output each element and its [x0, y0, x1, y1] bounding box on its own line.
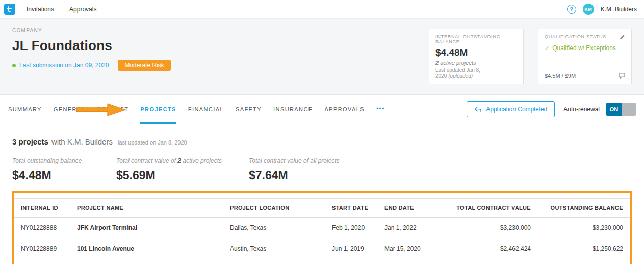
app-logo[interactable]	[4, 4, 15, 15]
project-row[interactable]: NY01228888 JFK Airport Terminal Dallas, …	[14, 218, 630, 238]
user-name[interactable]: K.M. Builders	[601, 6, 637, 13]
risk-badge: Moderate Risk	[118, 60, 170, 71]
tab-safety[interactable]: SAFETY	[236, 95, 262, 124]
project-row[interactable]: NY01228889 101 Lincoln Avenue Austin, Te…	[14, 238, 630, 259]
qualification-status-card: QUALIFICATION STATUS ✓ Qualified w/ Exce…	[538, 29, 632, 84]
tab-approvals[interactable]: APPROVALS	[325, 95, 365, 124]
cell-end-date: Jul 15, 2019	[377, 259, 433, 264]
cell-project-name: JFK Airport Terminal	[70, 218, 223, 238]
header-cards: INTERNAL OUTSTANDING BALANCE $4.48M 2 ac…	[429, 29, 632, 84]
topbar-right: ? KM K.M. Builders	[567, 4, 637, 15]
undo-arrow-icon	[474, 106, 482, 113]
balance-card-label: INTERNAL OUTSTANDING BALANCE	[435, 34, 517, 44]
company-header: COMPANY JL Foundations Last submission o…	[0, 19, 644, 95]
more-tabs-icon[interactable]: •••	[376, 95, 385, 124]
cell-internal-id: NY01228889	[14, 238, 70, 259]
app-logo-icon	[6, 6, 13, 13]
stat-label: Total contract value of all projects	[249, 157, 340, 164]
status-dot-icon	[12, 64, 16, 67]
tab-summary[interactable]: SUMMARY	[8, 95, 42, 124]
stat-value: $4.48M	[12, 169, 116, 182]
table-header-row: INTERNAL ID PROJECT NAME PROJECT LOCATIO…	[14, 199, 630, 218]
cell-project-location: Austin, Texas	[223, 238, 325, 259]
stat-value: $7.64M	[249, 169, 340, 182]
projects-panel: 3 projects with K.M. Builders last updat…	[0, 124, 644, 264]
auto-renewal-label: Auto-renewal	[563, 106, 600, 113]
cell-project-name: 101 Lincoln Avenue	[70, 238, 223, 259]
qualification-limits: $4.5M / $9M	[545, 73, 576, 79]
tab-financial[interactable]: FINANCIAL	[188, 95, 224, 124]
company-section-label: COMPANY	[12, 28, 429, 33]
stat-active-contract-value: Total contract value of 2 active project…	[116, 157, 249, 182]
stat-value: $5.69M	[116, 169, 249, 182]
column-header-outstanding-balance: OUTSTANDING BALANCE	[538, 199, 630, 218]
cell-start-date: Jul 1, 2018	[325, 259, 377, 264]
toggle-knob	[622, 103, 636, 116]
nav-item-invitations[interactable]: Invitations	[27, 6, 54, 13]
application-completed-button[interactable]: Application Completed	[467, 101, 555, 117]
auto-renewal-toggle[interactable]: ON	[606, 103, 636, 116]
cell-project-name: 11 Hoyt	[70, 259, 223, 264]
cell-project-location: Fort Worth, Texas	[223, 259, 325, 264]
cell-total-contract-value: $3,230,000	[433, 218, 538, 238]
tabbar-actions: Application Completed Auto-renewal ON	[467, 101, 636, 117]
projects-count: 3 projects	[12, 137, 48, 146]
cell-total-contract-value: $1,950,357	[433, 259, 538, 264]
toggle-on-label: ON	[606, 103, 622, 116]
project-stats: Total outstanding balance $4.48M Total c…	[12, 157, 632, 182]
projects-with: with K.M. Builders	[51, 137, 113, 146]
check-icon: ✓	[545, 45, 549, 52]
application-completed-label: Application Completed	[486, 106, 547, 113]
stat-label-suffix: active projects	[181, 157, 222, 164]
qualification-card-header: QUALIFICATION STATUS	[545, 34, 625, 40]
top-nav: Invitations Approvals	[27, 6, 96, 13]
top-bar: Invitations Approvals ? KM K.M. Builders	[0, 0, 644, 19]
column-header-end-date: END DATE	[377, 199, 433, 218]
tab-insurance[interactable]: INSURANCE	[273, 95, 313, 124]
column-header-project-location: PROJECT LOCATION	[223, 199, 325, 218]
tab-bar: SUMMARY GENERAL CONTACT PROJECTS FINANCI…	[0, 95, 644, 124]
company-info: COMPANY JL Foundations Last submission o…	[12, 28, 429, 84]
comment-icon[interactable]	[619, 73, 625, 79]
project-row[interactable]: NY01228890 11 Hoyt Fort Worth, Texas Jul…	[14, 259, 630, 264]
cell-start-date: Feb 1, 2020	[325, 218, 377, 238]
qualification-status-text: Qualified w/ Exceptions	[552, 44, 616, 52]
qualification-card-label: QUALIFICATION STATUS	[545, 34, 606, 39]
avatar[interactable]: KM	[583, 4, 594, 15]
active-projects-text: 2 active projects	[435, 60, 517, 66]
cell-internal-id: NY01228890	[14, 259, 70, 264]
column-header-project-name: PROJECT NAME	[70, 199, 223, 218]
cell-outstanding-balance: $1,250,622	[538, 238, 630, 259]
column-header-total-contract-value: TOTAL CONTRACT VALUE	[433, 199, 538, 218]
cell-internal-id: NY01228888	[14, 218, 70, 238]
column-header-start-date: START DATE	[325, 199, 377, 218]
cell-end-date: Jan 1, 2022	[377, 218, 433, 238]
cell-outstanding-balance: $3,230,000	[538, 218, 630, 238]
projects-table: INTERNAL ID PROJECT NAME PROJECT LOCATIO…	[14, 198, 630, 264]
qualification-card-footer: $4.5M / $9M	[545, 68, 625, 79]
stat-label: Total outstanding balance	[12, 157, 116, 164]
balance-updated-text: Last updated Jan 8, 2020(uploaded)	[435, 67, 517, 79]
cell-end-date: Mar 15, 2020	[377, 238, 433, 259]
stat-all-contract-value: Total contract value of all projects $7.…	[249, 157, 340, 182]
submission-row: Last submission on Jan 09, 2020 Moderate…	[12, 60, 429, 71]
cell-start-date: Jun 1, 2019	[325, 238, 377, 259]
annotation-arrow-icon	[75, 102, 126, 117]
projects-last-updated: last updated on Jan 8, 2020	[118, 139, 187, 146]
last-submission-link[interactable]: Last submission on Jan 09, 2020	[19, 62, 109, 69]
stat-label: Total contract value of 2 active project…	[116, 157, 249, 164]
tabs: SUMMARY GENERAL CONTACT PROJECTS FINANCI…	[8, 95, 385, 124]
projects-title-row: 3 projects with K.M. Builders last updat…	[12, 137, 632, 146]
stat-label-count: 2	[177, 157, 181, 164]
stat-label-prefix: Total contract value of	[116, 157, 177, 164]
active-projects-suffix: active projects	[439, 60, 476, 66]
tab-projects[interactable]: PROJECTS	[140, 95, 176, 124]
edit-icon[interactable]	[620, 34, 625, 40]
cell-outstanding-balance: $0	[538, 259, 630, 264]
help-icon[interactable]: ?	[567, 5, 576, 14]
qualification-status: ✓ Qualified w/ Exceptions	[545, 44, 625, 52]
column-header-internal-id: INTERNAL ID	[14, 199, 70, 218]
stat-total-outstanding: Total outstanding balance $4.48M	[12, 157, 116, 182]
cell-project-location: Dallas, Texas	[223, 218, 325, 238]
nav-item-approvals[interactable]: Approvals	[69, 6, 96, 13]
